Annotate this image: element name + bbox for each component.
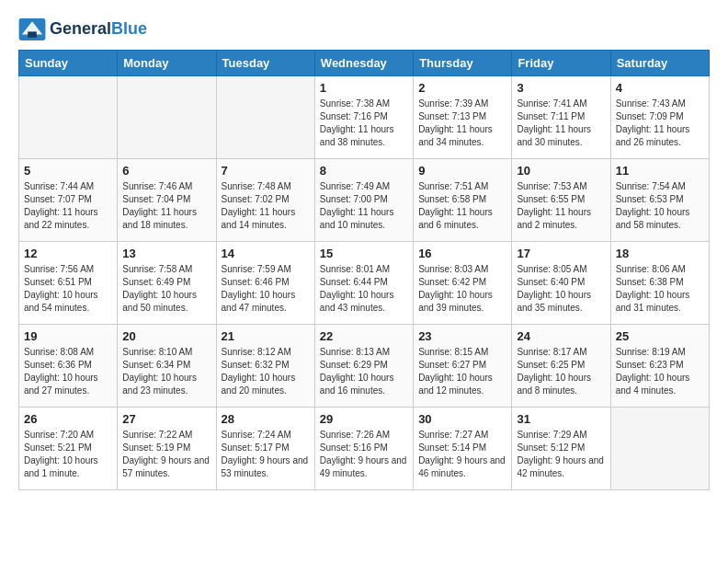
column-header-sunday: Sunday (19, 51, 118, 76)
calendar-day: 11Sunrise: 7:54 AMSunset: 6:53 PMDayligh… (610, 159, 709, 242)
day-number: 26 (24, 412, 112, 426)
column-header-monday: Monday (118, 51, 216, 76)
svg-rect-2 (28, 31, 37, 37)
day-info: Sunrise: 7:39 AMSunset: 7:13 PMDaylight:… (418, 98, 506, 149)
calendar-day: 28Sunrise: 7:24 AMSunset: 5:17 PMDayligh… (216, 408, 314, 490)
logo-text-blue: Blue (111, 19, 147, 38)
day-number: 20 (122, 329, 210, 343)
day-info: Sunrise: 8:19 AMSunset: 6:23 PMDaylight:… (616, 346, 704, 397)
calendar-day (19, 76, 118, 159)
calendar-day: 26Sunrise: 7:20 AMSunset: 5:21 PMDayligh… (19, 408, 118, 490)
calendar-day: 8Sunrise: 7:49 AMSunset: 7:00 PMDaylight… (314, 159, 413, 242)
day-number: 19 (24, 329, 112, 343)
day-info: Sunrise: 7:26 AMSunset: 5:16 PMDaylight:… (320, 429, 408, 480)
calendar-day: 12Sunrise: 7:56 AMSunset: 6:51 PMDayligh… (19, 242, 118, 325)
day-number: 29 (320, 412, 408, 426)
calendar-day: 10Sunrise: 7:53 AMSunset: 6:55 PMDayligh… (512, 159, 610, 242)
day-number: 12 (24, 247, 112, 260)
day-number: 27 (122, 412, 210, 426)
calendar-day: 24Sunrise: 8:17 AMSunset: 6:25 PMDayligh… (512, 325, 610, 408)
day-info: Sunrise: 7:56 AMSunset: 6:51 PMDaylight:… (24, 263, 112, 315)
calendar-day: 3Sunrise: 7:41 AMSunset: 7:11 PMDaylight… (512, 76, 610, 159)
day-info: Sunrise: 7:48 AMSunset: 7:02 PMDaylight:… (222, 180, 310, 232)
day-info: Sunrise: 8:15 AMSunset: 6:27 PMDaylight:… (418, 346, 506, 397)
day-number: 7 (222, 164, 310, 178)
day-info: Sunrise: 7:53 AMSunset: 6:55 PMDaylight:… (517, 180, 605, 232)
day-info: Sunrise: 7:54 AMSunset: 6:53 PMDaylight:… (616, 180, 704, 232)
day-info: Sunrise: 8:10 AMSunset: 6:34 PMDaylight:… (122, 346, 210, 397)
day-info: Sunrise: 7:43 AMSunset: 7:09 PMDaylight:… (616, 98, 704, 149)
day-info: Sunrise: 7:38 AMSunset: 7:16 PMDaylight:… (320, 98, 408, 149)
calendar-day: 19Sunrise: 8:08 AMSunset: 6:36 PMDayligh… (19, 325, 118, 408)
day-info: Sunrise: 7:24 AMSunset: 5:17 PMDaylight:… (222, 429, 310, 480)
calendar-week-5: 26Sunrise: 7:20 AMSunset: 5:21 PMDayligh… (19, 408, 710, 490)
day-number: 2 (418, 81, 506, 95)
calendar-day: 22Sunrise: 8:13 AMSunset: 6:29 PMDayligh… (314, 325, 413, 408)
day-number: 13 (122, 247, 210, 260)
day-number: 14 (222, 247, 310, 260)
column-header-wednesday: Wednesday (314, 51, 413, 76)
column-header-friday: Friday (512, 51, 610, 76)
calendar-day: 16Sunrise: 8:03 AMSunset: 6:42 PMDayligh… (414, 242, 512, 325)
calendar-day (216, 76, 314, 159)
day-info: Sunrise: 7:49 AMSunset: 7:00 PMDaylight:… (320, 180, 408, 232)
calendar-day (610, 408, 709, 490)
page-header: GeneralBlue (18, 18, 710, 40)
calendar-day: 6Sunrise: 7:46 AMSunset: 7:04 PMDaylight… (118, 159, 216, 242)
day-number: 21 (222, 329, 310, 343)
calendar-day (118, 76, 216, 159)
calendar-day: 30Sunrise: 7:27 AMSunset: 5:14 PMDayligh… (414, 408, 512, 490)
day-number: 17 (517, 247, 605, 260)
day-info: Sunrise: 7:51 AMSunset: 6:58 PMDaylight:… (418, 180, 506, 232)
day-info: Sunrise: 8:08 AMSunset: 6:36 PMDaylight:… (24, 346, 112, 397)
day-number: 24 (517, 329, 605, 343)
calendar-day: 31Sunrise: 7:29 AMSunset: 5:12 PMDayligh… (512, 408, 610, 490)
day-number: 8 (320, 164, 408, 178)
logo-icon (18, 18, 46, 40)
day-number: 6 (122, 164, 210, 178)
day-info: Sunrise: 7:59 AMSunset: 6:46 PMDaylight:… (222, 263, 310, 315)
day-number: 30 (418, 412, 506, 426)
day-number: 31 (517, 412, 605, 426)
column-header-thursday: Thursday (414, 51, 512, 76)
calendar-day: 9Sunrise: 7:51 AMSunset: 6:58 PMDaylight… (414, 159, 512, 242)
calendar-day: 7Sunrise: 7:48 AMSunset: 7:02 PMDaylight… (216, 159, 314, 242)
day-info: Sunrise: 8:06 AMSunset: 6:38 PMDaylight:… (616, 263, 704, 315)
day-info: Sunrise: 8:12 AMSunset: 6:32 PMDaylight:… (222, 346, 310, 397)
day-number: 3 (517, 81, 605, 95)
day-info: Sunrise: 8:03 AMSunset: 6:42 PMDaylight:… (418, 263, 506, 315)
calendar-header-row: SundayMondayTuesdayWednesdayThursdayFrid… (19, 51, 710, 76)
column-header-tuesday: Tuesday (216, 51, 314, 76)
calendar-day: 4Sunrise: 7:43 AMSunset: 7:09 PMDaylight… (610, 76, 709, 159)
calendar-day: 5Sunrise: 7:44 AMSunset: 7:07 PMDaylight… (19, 159, 118, 242)
day-number: 15 (320, 247, 408, 260)
day-number: 11 (616, 164, 704, 178)
logo-text-general: GeneralBlue (50, 20, 147, 39)
calendar-day: 27Sunrise: 7:22 AMSunset: 5:19 PMDayligh… (118, 408, 216, 490)
calendar-day: 13Sunrise: 7:58 AMSunset: 6:49 PMDayligh… (118, 242, 216, 325)
column-header-saturday: Saturday (610, 51, 709, 76)
calendar-day: 21Sunrise: 8:12 AMSunset: 6:32 PMDayligh… (216, 325, 314, 408)
calendar-day: 18Sunrise: 8:06 AMSunset: 6:38 PMDayligh… (610, 242, 709, 325)
calendar-day: 17Sunrise: 8:05 AMSunset: 6:40 PMDayligh… (512, 242, 610, 325)
calendar-week-1: 1Sunrise: 7:38 AMSunset: 7:16 PMDaylight… (19, 76, 710, 159)
calendar-day: 1Sunrise: 7:38 AMSunset: 7:16 PMDaylight… (314, 76, 413, 159)
day-info: Sunrise: 7:41 AMSunset: 7:11 PMDaylight:… (517, 98, 605, 149)
day-info: Sunrise: 8:17 AMSunset: 6:25 PMDaylight:… (517, 346, 605, 397)
day-number: 28 (222, 412, 310, 426)
day-info: Sunrise: 8:13 AMSunset: 6:29 PMDaylight:… (320, 346, 408, 397)
calendar-day: 2Sunrise: 7:39 AMSunset: 7:13 PMDaylight… (414, 76, 512, 159)
day-info: Sunrise: 7:46 AMSunset: 7:04 PMDaylight:… (122, 180, 210, 232)
day-number: 18 (616, 247, 704, 260)
logo: GeneralBlue (18, 18, 147, 40)
calendar-day: 25Sunrise: 8:19 AMSunset: 6:23 PMDayligh… (610, 325, 709, 408)
day-number: 10 (517, 164, 605, 178)
calendar-table: SundayMondayTuesdayWednesdayThursdayFrid… (18, 50, 710, 490)
day-info: Sunrise: 7:58 AMSunset: 6:49 PMDaylight:… (122, 263, 210, 315)
day-info: Sunrise: 7:29 AMSunset: 5:12 PMDaylight:… (517, 429, 605, 480)
calendar-week-2: 5Sunrise: 7:44 AMSunset: 7:07 PMDaylight… (19, 159, 710, 242)
day-number: 22 (320, 329, 408, 343)
day-info: Sunrise: 7:20 AMSunset: 5:21 PMDaylight:… (24, 429, 112, 480)
day-info: Sunrise: 7:22 AMSunset: 5:19 PMDaylight:… (122, 429, 210, 480)
calendar-day: 15Sunrise: 8:01 AMSunset: 6:44 PMDayligh… (314, 242, 413, 325)
